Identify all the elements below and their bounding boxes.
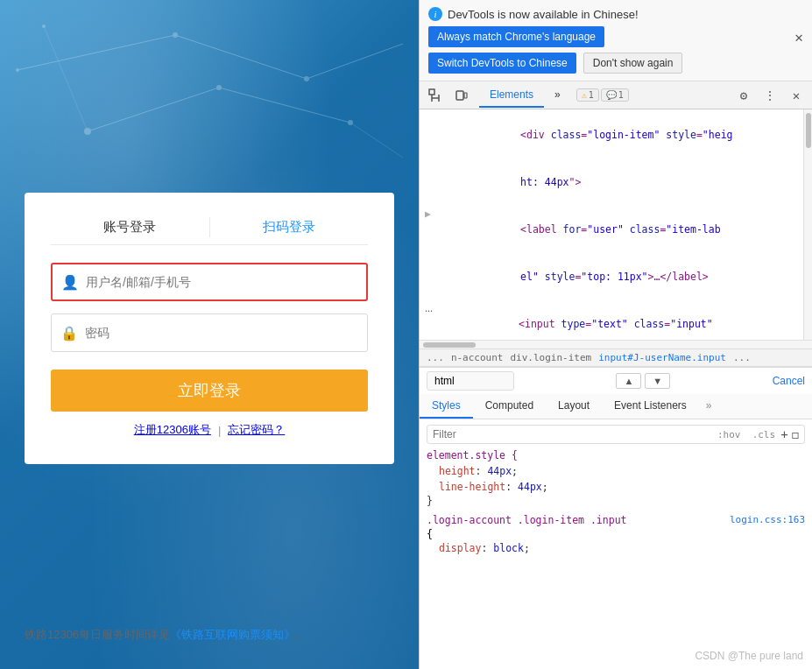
inspect-icon[interactable] [423,83,448,108]
dont-show-again-button[interactable]: Don't show again [583,53,683,74]
code-content: el" style="top: 11px">…</label> [448,253,798,300]
selector-text: .login-account .login-item .input [427,514,626,526]
style-source-link[interactable]: login.css:163 [730,514,805,526]
svg-rect-14 [429,89,434,95]
tab-layout[interactable]: Layout [546,394,602,419]
forgot-link[interactable]: 忘记密码？ [228,422,285,438]
info-count: 1 [618,90,624,100]
svg-line-0 [18,35,175,70]
tab-account-login[interactable]: 账号登录 [51,210,209,244]
breadcrumb-bar: ... n-account div.login-item input#J-use… [420,349,812,367]
toolbar-right-actions: ⚙ ⋮ ✕ [731,83,808,108]
login-panel: 账号登录 扫码登录 👤 🔒 立即登录 注册12306账号 | 忘记密码？ 铁路1… [0,0,419,669]
tab-styles[interactable]: Styles [420,394,473,419]
style-property-height: height: 44px; [427,463,805,479]
lock-icon: 🔒 [60,325,78,342]
always-match-button[interactable]: Always match Chrome's language [428,26,604,47]
dom-code-scroll[interactable]: <div class="login-item" style="heig ht: … [420,109,803,340]
login-button[interactable]: 立即登录 [51,370,368,412]
add-style-rule-icon[interactable]: + [780,427,787,441]
svg-point-12 [42,25,46,28]
devtools-panel: i DevTools is now available in Chinese! … [419,0,812,669]
breadcrumb-n-account[interactable]: n-account [451,352,504,363]
code-line: ▶ <label for="user" class="item-lab [420,206,803,253]
footer-text: 铁路12306每日服务时间详见 [25,628,170,641]
new-style-rule-icon[interactable]: ◻ [792,427,799,441]
svg-line-11 [350,123,403,158]
close-devtools-icon[interactable]: ✕ [784,83,808,108]
style-property-display: display: block; [427,540,805,556]
warning-count: 1 [589,90,594,100]
svg-point-6 [304,76,309,81]
tab-computed[interactable]: Computed [473,394,546,419]
notif-actions-row1: Always match Chrome's language ✕ [428,26,803,47]
svg-line-2 [307,44,403,79]
code-line: ... <input type="text" class="input" [420,300,803,340]
username-input-group: 👤 [51,263,368,301]
login-links: 注册12306账号 | 忘记密码？ [51,422,368,438]
styles-filter-input[interactable] [433,428,717,440]
bottom-scrollbar[interactable] [420,340,812,349]
tab-qr-login[interactable]: 扫码登录 [210,210,369,244]
selector-text: element.style { [427,449,518,461]
toolbar-tabs: Elements » [479,83,571,108]
closing-brace: } [427,495,805,507]
filter-cancel-button[interactable]: Cancel [773,375,805,387]
register-link[interactable]: 注册12306账号 [134,422,211,438]
styles-tabs: Styles Computed Layout Event Listeners » [420,394,812,419]
prop-name: display [439,542,481,554]
dom-scrollbar[interactable] [803,109,812,340]
code-line: el" style="top: 11px">…</label> [420,253,803,300]
code-content: ht: 44px"> [448,158,798,206]
breadcrumb-div-login-item[interactable]: div.login-item [510,352,591,363]
code-content: <div class="login-item" style="heig [448,111,798,158]
switch-devtools-button[interactable]: Switch DevTools to Chinese [428,53,576,74]
prop-value: 44px [518,481,542,493]
footer-link[interactable]: 《铁路互联网购票须知》 [170,628,295,641]
breadcrumb-input[interactable]: input#J-userName.input [598,352,726,363]
settings-icon[interactable]: ⚙ [731,83,756,108]
svg-line-3 [88,88,219,131]
breadcrumb-ellipsis[interactable]: ... [427,352,444,363]
username-input[interactable] [86,275,357,289]
code-content: <label for="user" class="item-lab [448,206,798,253]
divider: | [218,424,221,437]
style-property-lineheight: line-height: 44px; [427,479,805,495]
bottom-scrollbar-thumb [423,342,476,348]
styles-filter-hint: :hov .cls [717,429,775,440]
footer-end: 。 [295,628,307,641]
notification-close-button[interactable]: ✕ [794,29,803,46]
login-tabs: 账号登录 扫码登录 [51,210,368,245]
scrollbar-thumb [806,113,811,148]
tab-elements[interactable]: Elements [479,83,544,108]
nav-up-button[interactable]: ▲ [616,373,641,389]
svg-rect-19 [464,93,467,98]
gutter: ... [425,300,442,316]
tab-more[interactable]: » [544,83,571,108]
svg-point-13 [16,68,19,72]
breadcrumb-more[interactable]: ... [733,352,751,363]
code-line: <div class="login-item" style="heig [420,111,803,158]
gutter: ▶ [425,206,442,222]
filter-bar: ▲ ▼ Cancel [420,367,812,394]
password-input[interactable] [85,326,358,340]
tab-more-styles[interactable]: » [699,394,719,419]
notif-message-row: i DevTools is now available in Chinese! [428,7,803,21]
svg-line-10 [44,26,88,131]
warning-badge[interactable]: ⚠ 1 [576,88,599,102]
style-selector: element.style { [427,449,805,461]
svg-rect-18 [456,91,463,100]
filter-input[interactable] [427,371,514,391]
device-mode-icon[interactable] [449,83,474,108]
info-badge[interactable]: 💬 1 [601,88,629,102]
prop-value: 44px [487,465,512,477]
login-footer: 铁路12306每日服务时间详见《铁路互联网购票须知》。 [25,627,394,643]
more-options-icon[interactable]: ⋮ [758,83,782,108]
user-icon: 👤 [61,274,79,291]
styles-content: :hov .cls + ◻ element.style { height: 44… [420,419,812,669]
svg-point-5 [173,32,178,38]
tab-event-listeners[interactable]: Event Listeners [602,394,699,419]
nav-down-button[interactable]: ▼ [645,373,670,389]
style-rule-element: element.style { height: 44px; line-heigh… [427,449,805,507]
style-selector-login: .login-account .login-item .input login.… [427,514,805,526]
